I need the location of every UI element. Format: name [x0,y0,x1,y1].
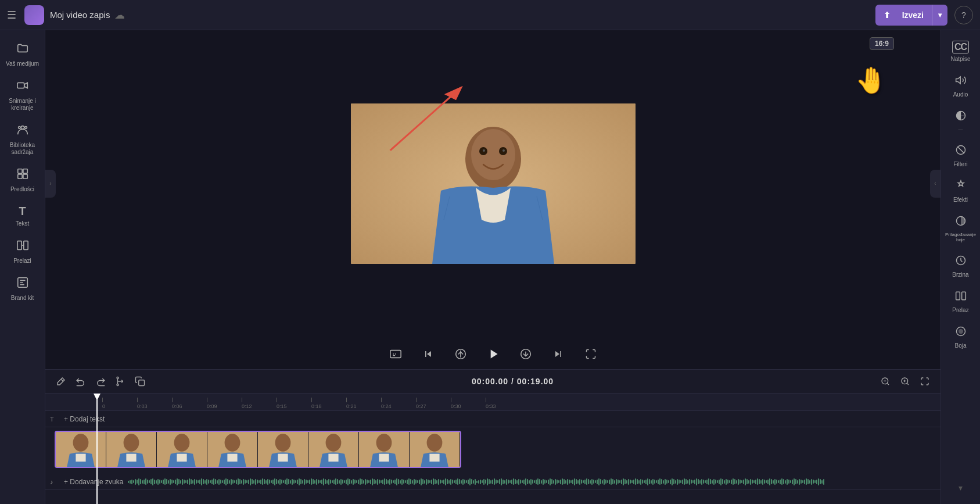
closed-captions-button[interactable] [386,345,405,363]
export-dropdown-icon[interactable]: ▾ [932,11,947,19]
svg-point-52 [275,434,291,452]
svg-rect-50 [227,454,237,462]
rs-label-transition: Prelaz [952,307,968,314]
timeline-area: 0 0:03 0:06 0:09 [45,394,940,504]
add-audio-button[interactable]: + Dodavanje zvuka [64,478,123,486]
svg-rect-8 [17,241,21,250]
project-name[interactable]: Moj video zapis [50,10,110,20]
copy-button[interactable] [131,373,149,390]
fullscreen-button[interactable] [581,345,600,363]
add-text-button[interactable]: + Dodaj tekst [64,415,105,423]
video-thumb-2 [106,432,157,467]
svg-point-49 [225,434,240,452]
captions-icon: CC [952,41,969,53]
timecode-display: 00:00.00 / 00:19.00 [151,377,874,386]
play-button[interactable] [484,345,502,363]
svg-point-19 [502,149,505,152]
sidebar-label-templates: Predlošci [10,186,34,193]
magic-wand-button[interactable] [52,373,70,390]
video-track [45,427,940,471]
help-button[interactable]: ? [954,6,973,24]
svg-point-27 [117,384,119,386]
ruler-marks: 0 0:03 0:06 0:09 [102,394,520,410]
export-button[interactable]: ⬆ Izvezi ▾ [875,5,947,26]
sidebar-item-media[interactable]: Vaš medijum [3,37,42,72]
svg-point-43 [124,434,139,452]
video-frame [351,103,636,264]
undo-button[interactable] [72,373,89,390]
right-sidebar-chevron[interactable]: ▾ [959,483,963,492]
svg-line-65 [957,146,964,153]
rs-item-audio[interactable]: Audio [943,70,978,103]
rs-item-color-adjust[interactable]: — [943,105,978,137]
menu-icon[interactable]: ☰ [7,9,16,22]
rs-label-color: Boja [954,342,966,349]
sidebar-label-text: Tekst [16,220,29,227]
video-thumb-6 [308,432,359,467]
redo-button[interactable] [92,373,109,390]
svg-line-36 [907,383,909,385]
sidebar-item-transitions[interactable]: Prelazi [3,234,42,269]
left-sidebar: Vaš medijum Snimanje i kreiranje Bibli [0,30,45,504]
zoom-out-button[interactable] [877,373,894,390]
svg-rect-47 [177,454,186,462]
sidebar-item-text[interactable]: T Tekst [3,200,42,232]
svg-rect-53 [278,454,288,462]
video-controls [45,337,940,369]
rs-label-speed: Brzina [952,271,968,278]
ruler-mark-12: 0:12 [242,398,277,409]
color-adjust-icon [955,110,967,124]
video-thumb-7 [359,432,410,467]
transition-icon [955,290,967,305]
svg-rect-31 [139,380,145,386]
rs-item-color[interactable]: Boja [943,321,978,354]
fast-forward-button[interactable] [516,345,535,363]
svg-rect-44 [126,454,136,462]
left-collapse-handle[interactable]: › [45,170,56,198]
sidebar-label-transitions: Prelazi [13,258,31,264]
video-strip[interactable] [55,431,461,468]
skip-to-end-button[interactable] [549,345,568,363]
sidebar-item-brand[interactable]: Brand kit [3,271,42,306]
cut-button[interactable] [112,373,129,390]
sidebar-item-record[interactable]: Snimanje i kreiranje [3,74,42,116]
svg-rect-9 [23,241,27,250]
skip-to-start-button[interactable] [419,345,437,363]
playhead[interactable] [96,394,98,504]
aspect-ratio-badge[interactable]: 16:9 [870,37,894,50]
color-grade-icon [955,215,967,230]
zoom-controls [877,373,934,390]
zoom-in-button[interactable] [896,373,914,390]
rs-label-captions: Natpise [951,56,971,63]
svg-point-15 [471,129,515,180]
video-thumb-3 [157,432,207,467]
app-logo [24,5,44,25]
ruler-mark-33: 0:33 [486,398,520,409]
rs-item-speed[interactable]: Brzina [943,250,978,283]
ruler-mark-9: 0:09 [207,398,242,409]
rs-item-effects[interactable]: Efekti [943,175,978,208]
text-icon: T [19,205,26,218]
rewind-button[interactable] [451,345,470,363]
folder-icon [16,42,29,58]
audio-waveform: (function() { const wf = document.queryS… [128,476,936,488]
color-icon [955,326,967,340]
ruler-mark-0: 0 [102,398,137,409]
svg-point-1 [21,126,24,130]
right-preview-collapse[interactable]: ‹ [930,170,940,198]
rs-item-filters[interactable]: Filteri [943,140,978,173]
svg-rect-0 [17,83,24,88]
audio-icon [955,74,967,89]
svg-point-40 [73,434,89,452]
fit-timeline-button[interactable] [916,373,934,390]
video-frame-inner [351,103,636,264]
add-audio-label: + Dodavanje zvuka [64,478,123,486]
sidebar-item-templates[interactable]: Predlošci [3,163,42,198]
rs-item-captions[interactable]: CC Natpise [943,36,978,67]
rs-item-transition[interactable]: Prelaz [943,285,978,319]
rs-item-color-grade[interactable]: Prilagođavanje boje [943,210,978,248]
svg-rect-7 [23,174,27,178]
templates-icon [16,167,29,184]
sidebar-item-content[interactable]: Biblioteka sadržaja [3,119,42,160]
svg-point-28 [117,377,119,379]
